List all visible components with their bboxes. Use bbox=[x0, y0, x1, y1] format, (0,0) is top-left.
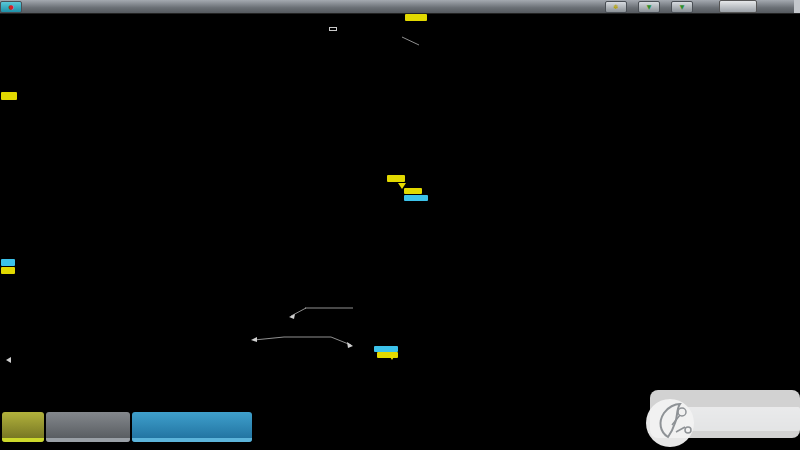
recall-waveform-icon[interactable]: ▼ bbox=[671, 1, 693, 13]
trigger-stop-icon[interactable]: ● bbox=[0, 1, 22, 13]
trigger-setup-button[interactable] bbox=[719, 0, 757, 13]
window-edge-strip bbox=[794, 0, 800, 13]
oscilloscope-screen: ✽ ▼ ▼ ● bbox=[0, 0, 800, 450]
f3-descriptor-box[interactable] bbox=[132, 412, 252, 442]
track-trend-grid[interactable] bbox=[5, 199, 795, 357]
c1-level-badge[interactable] bbox=[1, 92, 17, 100]
menu-bar: ✽ ▼ ▼ ● bbox=[0, 0, 800, 14]
elecfans-logo-icon bbox=[642, 396, 700, 448]
f3-level-badge[interactable] bbox=[1, 259, 15, 266]
f1-position-badge[interactable] bbox=[404, 188, 422, 194]
trigger-time-badge[interactable] bbox=[405, 14, 427, 21]
label-annotation-icon[interactable]: ✽ bbox=[605, 1, 627, 13]
c1-descriptor-box[interactable] bbox=[2, 412, 44, 442]
c1-descriptor-strip bbox=[2, 438, 44, 442]
timebase-position-badge[interactable] bbox=[387, 175, 405, 182]
f3-position-badge[interactable] bbox=[404, 195, 428, 201]
pwm-annotation bbox=[329, 27, 337, 31]
f3-descriptor-strip bbox=[132, 438, 252, 442]
f1-level-badge[interactable] bbox=[1, 267, 15, 274]
f1-descriptor-box[interactable] bbox=[46, 412, 130, 442]
pwm-signal-grid[interactable] bbox=[5, 16, 795, 173]
f1-descriptor-strip bbox=[46, 438, 130, 442]
save-waveform-icon[interactable]: ▼ bbox=[638, 1, 660, 13]
